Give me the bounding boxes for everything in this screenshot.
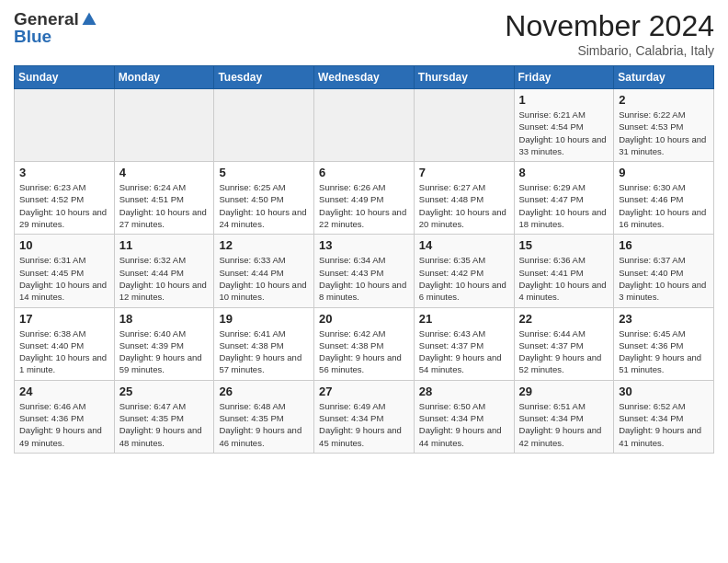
calendar-cell: 21Sunrise: 6:43 AM Sunset: 4:37 PM Dayli…	[414, 307, 514, 380]
calendar-cell: 26Sunrise: 6:48 AM Sunset: 4:35 PM Dayli…	[214, 380, 314, 453]
col-thursday: Thursday	[414, 66, 514, 89]
day-number: 10	[19, 238, 109, 252]
svg-marker-0	[82, 13, 96, 26]
title-area: November 2024 Simbario, Calabria, Italy	[505, 9, 714, 58]
calendar-cell: 23Sunrise: 6:45 AM Sunset: 4:36 PM Dayli…	[614, 307, 714, 380]
calendar-cell: 18Sunrise: 6:40 AM Sunset: 4:39 PM Dayli…	[114, 307, 214, 380]
day-info: Sunrise: 6:41 AM Sunset: 4:38 PM Dayligh…	[219, 327, 309, 376]
day-info: Sunrise: 6:47 AM Sunset: 4:35 PM Dayligh…	[119, 400, 210, 449]
day-number: 8	[519, 166, 609, 179]
calendar-cell	[15, 89, 115, 162]
calendar-cell	[414, 89, 514, 162]
calendar-week-2: 10Sunrise: 6:31 AM Sunset: 4:45 PM Dayli…	[15, 235, 714, 307]
day-info: Sunrise: 6:22 AM Sunset: 4:53 PM Dayligh…	[619, 109, 709, 157]
calendar-week-3: 17Sunrise: 6:38 AM Sunset: 4:40 PM Dayli…	[15, 307, 714, 380]
day-info: Sunrise: 6:33 AM Sunset: 4:44 PM Dayligh…	[219, 254, 309, 303]
day-number: 4	[119, 166, 210, 179]
day-info: Sunrise: 6:40 AM Sunset: 4:39 PM Dayligh…	[119, 327, 210, 376]
day-info: Sunrise: 6:31 AM Sunset: 4:45 PM Dayligh…	[19, 254, 109, 303]
calendar-cell: 10Sunrise: 6:31 AM Sunset: 4:45 PM Dayli…	[15, 235, 115, 307]
page: General Blue November 2024 Simbario, Cal…	[0, 0, 728, 463]
calendar-cell: 12Sunrise: 6:33 AM Sunset: 4:44 PM Dayli…	[214, 235, 314, 307]
day-number: 27	[319, 385, 409, 398]
calendar-cell: 14Sunrise: 6:35 AM Sunset: 4:42 PM Dayli…	[414, 235, 514, 307]
day-number: 25	[119, 385, 210, 398]
calendar-cell: 24Sunrise: 6:46 AM Sunset: 4:36 PM Dayli…	[15, 380, 115, 453]
calendar-cell: 19Sunrise: 6:41 AM Sunset: 4:38 PM Dayli…	[214, 307, 314, 380]
location: Simbario, Calabria, Italy	[505, 43, 714, 58]
day-info: Sunrise: 6:46 AM Sunset: 4:36 PM Dayligh…	[19, 400, 109, 449]
day-number: 13	[319, 238, 409, 252]
day-info: Sunrise: 6:24 AM Sunset: 4:51 PM Dayligh…	[119, 181, 210, 230]
day-number: 1	[519, 93, 609, 107]
calendar-week-4: 24Sunrise: 6:46 AM Sunset: 4:36 PM Dayli…	[15, 380, 714, 453]
day-info: Sunrise: 6:29 AM Sunset: 4:47 PM Dayligh…	[519, 181, 609, 230]
day-info: Sunrise: 6:43 AM Sunset: 4:37 PM Dayligh…	[419, 327, 509, 376]
day-number: 12	[219, 238, 309, 252]
day-number: 7	[419, 166, 509, 179]
col-friday: Friday	[514, 66, 614, 89]
day-number: 19	[219, 312, 309, 326]
calendar-cell: 3Sunrise: 6:23 AM Sunset: 4:52 PM Daylig…	[15, 162, 115, 235]
calendar-cell: 15Sunrise: 6:36 AM Sunset: 4:41 PM Dayli…	[514, 235, 614, 307]
day-info: Sunrise: 6:42 AM Sunset: 4:38 PM Dayligh…	[319, 327, 409, 376]
calendar-cell: 2Sunrise: 6:22 AM Sunset: 4:53 PM Daylig…	[614, 89, 714, 162]
day-number: 9	[619, 166, 709, 179]
calendar-week-1: 3Sunrise: 6:23 AM Sunset: 4:52 PM Daylig…	[15, 162, 714, 235]
calendar-cell: 22Sunrise: 6:44 AM Sunset: 4:37 PM Dayli…	[514, 307, 614, 380]
calendar-cell: 13Sunrise: 6:34 AM Sunset: 4:43 PM Dayli…	[314, 235, 415, 307]
day-number: 18	[119, 312, 210, 326]
calendar-cell: 28Sunrise: 6:50 AM Sunset: 4:34 PM Dayli…	[414, 380, 514, 453]
day-number: 14	[419, 238, 509, 252]
day-number: 29	[519, 385, 609, 398]
calendar-cell: 1Sunrise: 6:21 AM Sunset: 4:54 PM Daylig…	[514, 89, 614, 162]
calendar-cell	[314, 89, 415, 162]
calendar-cell: 25Sunrise: 6:47 AM Sunset: 4:35 PM Dayli…	[114, 380, 214, 453]
month-title: November 2024	[505, 9, 714, 43]
day-info: Sunrise: 6:45 AM Sunset: 4:36 PM Dayligh…	[619, 327, 709, 376]
calendar-cell: 27Sunrise: 6:49 AM Sunset: 4:34 PM Dayli…	[314, 380, 415, 453]
calendar-cell: 6Sunrise: 6:26 AM Sunset: 4:49 PM Daylig…	[314, 162, 415, 235]
calendar-cell: 5Sunrise: 6:25 AM Sunset: 4:50 PM Daylig…	[214, 162, 314, 235]
calendar-cell: 16Sunrise: 6:37 AM Sunset: 4:40 PM Dayli…	[614, 235, 714, 307]
day-number: 28	[419, 385, 509, 398]
day-number: 3	[19, 166, 109, 179]
calendar-cell: 9Sunrise: 6:30 AM Sunset: 4:46 PM Daylig…	[614, 162, 714, 235]
day-number: 23	[619, 312, 709, 326]
day-info: Sunrise: 6:44 AM Sunset: 4:37 PM Dayligh…	[519, 327, 609, 376]
calendar-table: Sunday Monday Tuesday Wednesday Thursday…	[14, 65, 714, 454]
logo: General Blue	[14, 9, 97, 47]
day-number: 15	[519, 238, 609, 252]
day-info: Sunrise: 6:36 AM Sunset: 4:41 PM Dayligh…	[519, 254, 609, 303]
col-sunday: Sunday	[15, 66, 115, 89]
calendar-cell: 29Sunrise: 6:51 AM Sunset: 4:34 PM Dayli…	[514, 380, 614, 453]
day-number: 17	[19, 312, 109, 326]
day-number: 20	[319, 312, 409, 326]
col-tuesday: Tuesday	[214, 66, 314, 89]
logo-text-blue: Blue	[14, 27, 51, 46]
calendar-cell	[114, 89, 214, 162]
calendar-cell	[214, 89, 314, 162]
day-number: 5	[219, 166, 309, 179]
logo-icon	[81, 11, 97, 28]
day-info: Sunrise: 6:30 AM Sunset: 4:46 PM Dayligh…	[619, 181, 709, 230]
day-number: 30	[619, 385, 709, 398]
day-info: Sunrise: 6:52 AM Sunset: 4:34 PM Dayligh…	[619, 400, 709, 449]
col-saturday: Saturday	[614, 66, 714, 89]
day-number: 26	[219, 385, 309, 398]
day-info: Sunrise: 6:49 AM Sunset: 4:34 PM Dayligh…	[319, 400, 409, 449]
day-info: Sunrise: 6:25 AM Sunset: 4:50 PM Dayligh…	[219, 181, 309, 230]
day-number: 16	[619, 238, 709, 252]
calendar-cell: 30Sunrise: 6:52 AM Sunset: 4:34 PM Dayli…	[614, 380, 714, 453]
day-number: 24	[19, 385, 109, 398]
calendar-cell: 4Sunrise: 6:24 AM Sunset: 4:51 PM Daylig…	[114, 162, 214, 235]
day-info: Sunrise: 6:21 AM Sunset: 4:54 PM Dayligh…	[519, 109, 609, 157]
calendar-week-0: 1Sunrise: 6:21 AM Sunset: 4:54 PM Daylig…	[15, 89, 714, 162]
day-info: Sunrise: 6:37 AM Sunset: 4:40 PM Dayligh…	[619, 254, 709, 303]
day-info: Sunrise: 6:51 AM Sunset: 4:34 PM Dayligh…	[519, 400, 609, 449]
day-number: 22	[519, 312, 609, 326]
day-info: Sunrise: 6:50 AM Sunset: 4:34 PM Dayligh…	[419, 400, 509, 449]
col-monday: Monday	[114, 66, 214, 89]
header: General Blue November 2024 Simbario, Cal…	[14, 9, 714, 58]
day-info: Sunrise: 6:27 AM Sunset: 4:48 PM Dayligh…	[419, 181, 509, 230]
